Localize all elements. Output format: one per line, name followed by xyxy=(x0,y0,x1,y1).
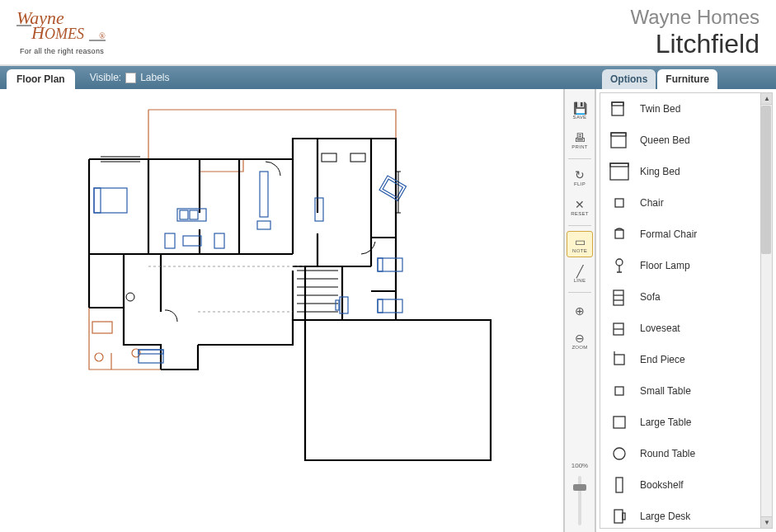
svg-rect-46 xyxy=(614,355,624,365)
svg-rect-31 xyxy=(322,153,336,162)
furniture-item-chair[interactable]: Chair xyxy=(600,187,772,219)
tab-options[interactable]: Options xyxy=(602,69,656,89)
zoom-out-button[interactable]: ⊖ ZOOM xyxy=(567,327,593,354)
furniture-item-large-desk[interactable]: Large Desk xyxy=(600,501,772,529)
reset-button[interactable]: ✕ RESET xyxy=(567,194,593,220)
svg-rect-5 xyxy=(92,322,112,333)
zoom-slider-handle[interactable] xyxy=(573,484,586,491)
furniture-item-large-table[interactable]: Large Table xyxy=(600,407,772,438)
svg-rect-35 xyxy=(611,133,626,136)
svg-rect-14 xyxy=(214,233,224,248)
zoom-slider[interactable] xyxy=(578,476,581,525)
scroll-down-button[interactable]: ▼ xyxy=(761,516,773,528)
svg-rect-18 xyxy=(315,198,323,221)
svg-point-40 xyxy=(616,259,623,266)
labels-checkbox[interactable] xyxy=(125,73,136,83)
svg-rect-11 xyxy=(180,210,188,219)
furniture-item-bookshelf[interactable]: Bookshelf xyxy=(600,469,772,501)
furniture-label: Loveseat xyxy=(640,322,680,334)
zoom-in-icon: ⊕ xyxy=(575,305,585,317)
header: Wayne HOMES ® For all the right reasons … xyxy=(0,0,776,66)
svg-rect-34 xyxy=(611,133,626,148)
furniture-label: Sofa xyxy=(640,291,661,303)
formal-chair-icon xyxy=(609,224,630,245)
zoom-in-button[interactable]: ⊕ xyxy=(567,298,593,324)
king-bed-icon xyxy=(609,161,630,182)
furniture-label: Large Table xyxy=(640,417,692,428)
main-area: 💾 SAVE 🖶 PRINT ↻ FLIP ✕ RESET ▭ NOTE ╱ L… xyxy=(0,89,776,532)
floorplan-svg xyxy=(41,106,520,468)
svg-rect-15 xyxy=(183,236,201,246)
svg-rect-48 xyxy=(615,387,623,395)
floorplan-canvas[interactable] xyxy=(0,89,564,532)
svg-point-29 xyxy=(126,293,134,301)
zoom-out-icon: ⊖ xyxy=(575,332,585,344)
furniture-label: Bookshelf xyxy=(640,479,684,491)
svg-rect-32 xyxy=(612,102,623,115)
svg-rect-9 xyxy=(94,188,101,213)
save-button[interactable]: 💾 SAVE xyxy=(567,97,593,124)
svg-rect-23 xyxy=(378,299,402,313)
large-desk-icon xyxy=(609,506,630,527)
furniture-label: Formal Chair xyxy=(640,228,697,240)
svg-point-50 xyxy=(614,448,625,459)
zoom-level: 100% xyxy=(571,459,588,473)
furniture-item-end-piece[interactable]: End Piece xyxy=(600,344,772,375)
flip-button[interactable]: ↻ FLIP xyxy=(567,164,593,191)
svg-rect-52 xyxy=(614,510,623,523)
svg-rect-33 xyxy=(612,102,623,106)
round-table-icon xyxy=(609,443,630,464)
small-table-icon xyxy=(609,380,630,402)
loveseat-icon xyxy=(609,318,630,339)
svg-rect-27 xyxy=(340,297,348,313)
tool-panel: 💾 SAVE 🖶 PRINT ↻ FLIP ✕ RESET ▭ NOTE ╱ L… xyxy=(564,89,595,532)
svg-rect-25 xyxy=(139,350,163,363)
tab-floor-plan[interactable]: Floor Plan xyxy=(7,69,75,89)
furniture-item-sofa[interactable]: Sofa xyxy=(600,281,772,313)
svg-rect-38 xyxy=(615,199,623,207)
svg-rect-13 xyxy=(165,233,175,248)
furniture-item-round-table[interactable]: Round Table xyxy=(600,438,772,469)
furniture-item-floor-lamp[interactable]: Floor Lamp xyxy=(600,250,772,281)
side-panel: Twin BedQueen BedKing BedChairFormal Cha… xyxy=(595,89,776,532)
svg-rect-37 xyxy=(610,163,628,167)
line-button[interactable]: ╱ LINE xyxy=(567,261,593,287)
logo: Wayne HOMES ® For all the right reasons xyxy=(16,9,107,55)
svg-rect-53 xyxy=(623,513,625,520)
svg-rect-21 xyxy=(378,258,402,271)
flip-icon: ↻ xyxy=(575,169,585,181)
scroll-thumb[interactable] xyxy=(761,106,771,254)
header-model: Litchfield xyxy=(631,29,760,59)
tab-furniture[interactable]: Furniture xyxy=(657,69,717,89)
furniture-label: Twin Bed xyxy=(640,103,680,115)
queen-bed-icon xyxy=(609,129,630,151)
furniture-item-loveseat[interactable]: Loveseat xyxy=(600,313,772,344)
save-icon: 💾 xyxy=(573,102,587,114)
svg-text:®: ® xyxy=(99,31,106,40)
svg-point-7 xyxy=(95,353,103,361)
furniture-item-king-bed[interactable]: King Bed xyxy=(600,156,772,187)
furniture-item-small-table[interactable]: Small Table xyxy=(600,375,772,407)
chair-icon xyxy=(609,192,630,214)
end-piece-icon xyxy=(609,349,630,370)
svg-rect-41 xyxy=(614,290,623,305)
furniture-label: Chair xyxy=(640,197,664,209)
floor-lamp-icon xyxy=(609,255,630,276)
svg-rect-30 xyxy=(350,153,365,162)
main-toolbar: Floor Plan Visible: Labels Enable Toolti… xyxy=(0,66,776,89)
furniture-item-queen-bed[interactable]: Queen Bed xyxy=(600,125,772,156)
print-icon: 🖶 xyxy=(574,132,586,144)
scrollbar[interactable]: ▲ ▼ xyxy=(760,93,772,528)
scroll-up-button[interactable]: ▲ xyxy=(761,93,773,105)
furniture-label: Small Table xyxy=(640,385,691,397)
svg-rect-28 xyxy=(336,300,339,310)
header-titles: Wayne Homes Litchfield xyxy=(631,6,760,59)
furniture-label: King Bed xyxy=(640,166,680,177)
note-button[interactable]: ▭ NOTE xyxy=(567,231,593,257)
print-button[interactable]: 🖶 PRINT xyxy=(567,127,593,153)
header-company: Wayne Homes xyxy=(631,6,760,29)
furniture-item-formal-chair[interactable]: Formal Chair xyxy=(600,219,772,250)
svg-text:HOMES: HOMES xyxy=(31,22,84,43)
furniture-item-twin-bed[interactable]: Twin Bed xyxy=(600,93,772,125)
svg-rect-49 xyxy=(614,417,625,428)
